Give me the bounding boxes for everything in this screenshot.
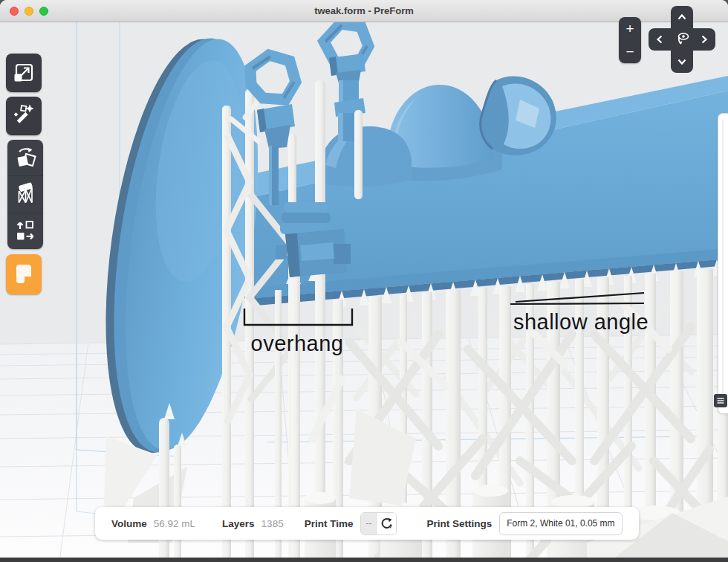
window-bottom-edge	[0, 558, 728, 562]
layers-value: 1385	[261, 518, 284, 529]
pan-down-button[interactable]	[671, 51, 693, 73]
chevron-up-icon	[676, 11, 688, 23]
chevron-right-icon	[698, 33, 710, 45]
zoom-in-button[interactable]: +	[619, 17, 641, 40]
annotation-shallow-angle-label: shallow angle	[513, 310, 649, 334]
tool-orientation-button[interactable]	[7, 140, 43, 175]
model-list-button[interactable]	[714, 394, 727, 407]
layers-label: Layers	[222, 518, 255, 529]
tool-group	[7, 140, 43, 249]
volume-label: Volume	[111, 518, 147, 529]
orbit-view-button[interactable]	[671, 28, 693, 51]
model-list-panel-collapsed[interactable]	[718, 113, 728, 414]
annotation-overhang-label: overhang	[251, 332, 344, 355]
printer-cartridge-icon	[6, 256, 42, 292]
layout-icon	[7, 213, 43, 249]
status-bar: Volume 56.92 mL Layers 1385 Print Time -…	[95, 507, 639, 540]
print-time-label: Print Time	[305, 518, 354, 529]
scene-render: overhang shallow angle	[0, 22, 728, 562]
panel-groove	[722, 120, 724, 407]
zoom-control: + −	[619, 17, 641, 63]
supports-icon	[7, 176, 43, 212]
print-settings-label: Print Settings	[426, 518, 492, 529]
tool-layout-button[interactable]	[7, 213, 43, 249]
pan-right-button[interactable]	[693, 28, 715, 51]
list-icon	[716, 396, 725, 405]
chevron-left-icon	[654, 33, 666, 45]
magic-wand-icon	[6, 98, 42, 134]
scale-icon	[6, 55, 42, 91]
print-time-refresh-button[interactable]	[377, 513, 396, 534]
tool-supports-button[interactable]	[7, 175, 43, 212]
zoom-out-button[interactable]: −	[619, 40, 641, 63]
refresh-icon	[380, 517, 393, 530]
tool-one-click-print-button[interactable]	[6, 97, 42, 135]
rotate-icon	[7, 140, 43, 175]
pan-up-button[interactable]	[671, 6, 693, 28]
viewport-3d[interactable]: overhang shallow angle	[0, 22, 728, 562]
print-time-control: --	[360, 512, 397, 535]
pan-left-button[interactable]	[649, 28, 671, 51]
print-time-value: --	[361, 513, 377, 534]
preform-window: tweak.form - PreForm	[0, 0, 728, 562]
volume-value: 56.92 mL	[154, 518, 195, 529]
tool-print-button[interactable]	[6, 254, 42, 294]
chevron-down-icon	[676, 56, 688, 68]
print-settings-selector[interactable]: Form 2, White 01, 0.05 mm	[499, 512, 622, 535]
tool-size-button[interactable]	[6, 54, 42, 92]
orbit-eye-icon	[672, 30, 692, 49]
